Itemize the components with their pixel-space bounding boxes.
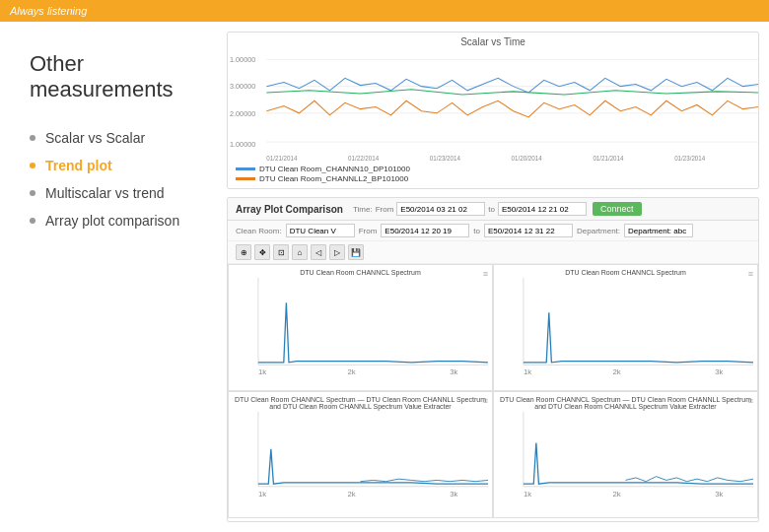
svg-text:01/20/2014: 01/20/2014	[512, 155, 543, 162]
chart-svg: 1.00000 3.00000 2.00000 1.00000	[228, 49, 758, 163]
top-bar: Always listening	[0, 0, 769, 22]
plot-3-svg: 1k 2k 3k	[233, 412, 488, 511]
clean-room-label: Clean Room:	[236, 227, 282, 235]
svg-text:1k: 1k	[524, 368, 531, 377]
bullet-dot	[30, 190, 35, 196]
list-item-scalar-vs-scalar[interactable]: Scalar vs Scalar	[30, 130, 197, 146]
list-item-multiscalar[interactable]: Multiscalar vs trend	[30, 185, 197, 201]
svg-text:2k: 2k	[348, 368, 356, 377]
from-label: From	[376, 205, 394, 214]
svg-text:01/21/2014: 01/21/2014	[266, 155, 298, 162]
svg-text:3k: 3k	[715, 490, 723, 499]
bullet-dot-highlight	[30, 163, 35, 168]
dept-input[interactable]	[624, 224, 693, 237]
toolbar-row: ⊕ ✥ ⊡ ⌂ ◁ ▷ 💾	[228, 241, 758, 264]
svg-text:1k: 1k	[258, 490, 266, 499]
plot-2-menu-icon[interactable]: ≡	[748, 269, 753, 279]
plot-1-svg: 1k 2k 3k	[233, 278, 488, 377]
main-content: Other measurements Scalar vs Scalar Tren…	[0, 22, 769, 532]
connect-button[interactable]: Connect	[593, 202, 642, 216]
svg-text:01/21/2014: 01/21/2014	[593, 155, 624, 162]
plot-cell-3: DTU Clean Room CHANNCL Spectrum — DTU Cl…	[228, 391, 493, 518]
list-item-trend-plot[interactable]: Trend plot	[30, 158, 197, 173]
legend-item-2: DTU Clean Room_CHANNLL2_BP101000	[236, 174, 750, 183]
svg-text:2k: 2k	[348, 490, 356, 499]
plot-cell-4: DTU Clean Room CHANNCL Spectrum — DTU Cl…	[493, 391, 758, 518]
chart-legend: DTU Clean Room_CHANNN10_DP101000 DTU Cle…	[228, 163, 758, 185]
to-label-2: to	[473, 227, 480, 235]
toolbar-btn-save[interactable]: 💾	[348, 244, 364, 260]
chart-title: Scalar vs Time	[228, 33, 758, 49]
top-bar-text: Always listening	[10, 5, 87, 17]
chart-top: Scalar vs Time 1.00000 3.00000 2.00000 1…	[227, 32, 759, 189]
toolbar-btn-back[interactable]: ◁	[311, 244, 326, 260]
toolbar-btn-select[interactable]: ⊡	[273, 244, 289, 260]
array-plot-row2: Clean Room: From to Department:	[228, 221, 758, 241]
from-label-2: From	[359, 227, 378, 235]
svg-text:1.00000: 1.00000	[230, 55, 255, 64]
plot-cell-2: DTU Clean Room CHANNCL Spectrum ≡ 1k 2k …	[493, 264, 758, 391]
plot-2-svg: 1k 2k 3k	[498, 278, 753, 377]
right-panel: Scalar vs Time 1.00000 3.00000 2.00000 1…	[227, 22, 769, 532]
to-input-2[interactable]	[484, 224, 573, 237]
plot-3-title: DTU Clean Room CHANNCL Spectrum — DTU Cl…	[233, 396, 488, 410]
array-plot-header: Array Plot Comparison Time: From to Conn…	[228, 198, 758, 221]
plot-1-menu-icon[interactable]: ≡	[483, 269, 488, 279]
bullet-list: Scalar vs Scalar Trend plot Multiscalar …	[30, 130, 197, 229]
bullet-dot	[30, 135, 35, 141]
time-label: Time:	[353, 205, 373, 214]
from-input-2[interactable]	[381, 224, 469, 237]
plots-grid: DTU Clean Room CHANNCL Spectrum ≡ 1k 2k …	[228, 264, 758, 518]
to-input-1[interactable]	[498, 202, 587, 216]
legend-color-1	[236, 167, 255, 170]
svg-text:2k: 2k	[613, 368, 621, 377]
chart-area: 1.00000 3.00000 2.00000 1.00000	[228, 49, 758, 163]
plot-3-menu-icon[interactable]: ≡	[483, 396, 488, 406]
clean-room-input[interactable]	[286, 224, 355, 237]
plot-4-svg: 1k 2k 3k	[498, 412, 753, 511]
svg-text:1.00000: 1.00000	[230, 140, 255, 149]
plot-1-title: DTU Clean Room CHANNCL Spectrum	[233, 269, 488, 276]
svg-text:3k: 3k	[715, 368, 723, 377]
svg-text:1k: 1k	[258, 368, 266, 377]
array-plot-title: Array Plot Comparison	[236, 204, 343, 215]
toolbar-btn-home[interactable]: ⌂	[292, 244, 308, 260]
svg-text:1k: 1k	[524, 490, 531, 499]
svg-text:3.00000: 3.00000	[230, 82, 255, 91]
field-group-time: Time: From to	[353, 202, 587, 216]
toolbar-btn-pan[interactable]: ✥	[254, 244, 270, 260]
svg-text:3k: 3k	[450, 368, 457, 377]
legend-color-2	[236, 177, 255, 180]
svg-text:3k: 3k	[450, 490, 457, 499]
plot-cell-1: DTU Clean Room CHANNCL Spectrum ≡ 1k 2k …	[228, 264, 493, 391]
list-item-array-plot[interactable]: Array plot comparison	[30, 213, 197, 229]
dept-label: Department:	[577, 227, 620, 235]
to-label: to	[488, 205, 495, 214]
svg-text:01/23/2014: 01/23/2014	[674, 155, 706, 162]
bullet-dot	[30, 218, 35, 224]
svg-text:2.00000: 2.00000	[230, 109, 255, 118]
chart-bottom: Array Plot Comparison Time: From to Conn…	[227, 197, 759, 522]
plot-4-menu-icon[interactable]: ≡	[748, 396, 753, 406]
svg-text:01/23/2014: 01/23/2014	[430, 155, 461, 162]
plot-4-title: DTU Clean Room CHANNCL Spectrum — DTU Cl…	[498, 396, 753, 410]
plot-2-title: DTU Clean Room CHANNCL Spectrum	[498, 269, 753, 276]
legend-item-1: DTU Clean Room_CHANNN10_DP101000	[236, 165, 750, 173]
toolbar-btn-zoom[interactable]: ⊕	[236, 244, 251, 260]
svg-text:2k: 2k	[613, 490, 621, 499]
svg-text:01/22/2014: 01/22/2014	[348, 155, 380, 162]
left-panel: Other measurements Scalar vs Scalar Tren…	[0, 22, 227, 532]
toolbar-btn-forward[interactable]: ▷	[329, 244, 345, 260]
from-input-1[interactable]	[396, 202, 485, 216]
page-title: Other measurements	[30, 51, 197, 102]
